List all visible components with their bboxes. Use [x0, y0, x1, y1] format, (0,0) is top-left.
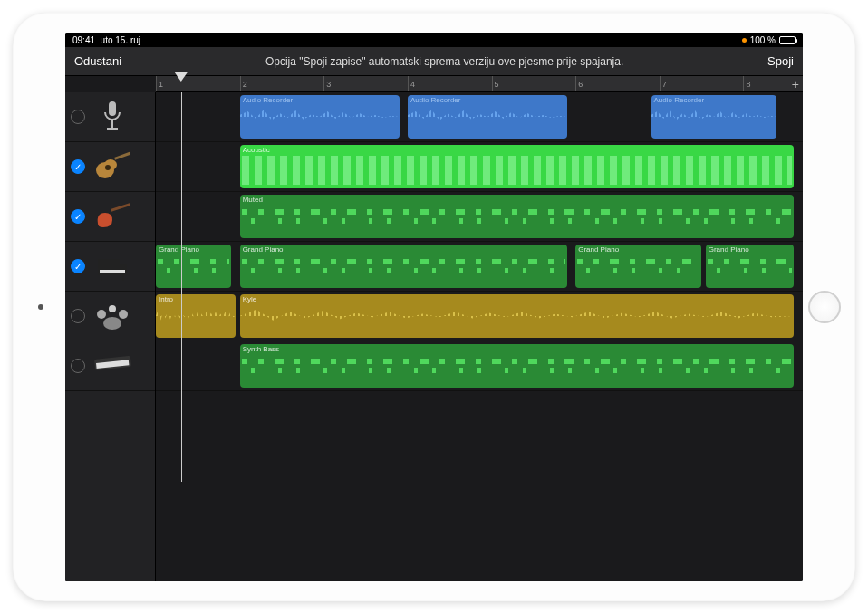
status-time: 09:41 uto 15. ruj [72, 35, 140, 45]
track-lanes[interactable]: Audio RecorderAudio RecorderAudio Record… [156, 92, 803, 581]
region-content [242, 156, 792, 185]
track-lane-drums[interactable]: IntroKyle [156, 292, 803, 341]
battery-icon [779, 36, 796, 44]
toolbar-message: Opcija "Spoji zapise" automatski sprema … [121, 55, 767, 68]
svg-point-13 [119, 310, 128, 319]
app-screen: 09:41 uto 15. ruj 100 % Odustani Opcija … [65, 33, 803, 581]
track-header-synth[interactable] [65, 341, 155, 391]
add-section-button[interactable]: + [792, 76, 799, 92]
microphone-icon [91, 99, 134, 135]
track-lane-piano[interactable]: Grand PianoGrand PianoGrand PianoGrand P… [156, 242, 803, 292]
region-label: Muted [243, 196, 263, 204]
region-content [158, 255, 229, 284]
region-content [156, 305, 236, 327]
svg-rect-7 [111, 203, 130, 212]
toolbar: Odustani Opcija "Spoji zapise" automatsk… [65, 47, 803, 76]
track-checkbox[interactable] [71, 359, 85, 373]
region-content [240, 108, 400, 126]
region[interactable]: Grand Piano [575, 245, 701, 288]
track-checkbox[interactable]: ✓ [71, 209, 85, 224]
ruler-tick: 5 [492, 76, 499, 91]
camera-dot [38, 304, 43, 310]
svg-point-12 [97, 310, 106, 319]
ruler-tick: 1 [156, 76, 163, 91]
region[interactable]: Audio Recorder [651, 95, 777, 139]
track-checkbox[interactable]: ✓ [71, 259, 85, 273]
track-headers: ✓✓✓ [65, 92, 156, 581]
region-label: Grand Piano [243, 245, 284, 254]
home-button[interactable] [808, 291, 841, 323]
region-content [240, 305, 794, 327]
ruler-tick: 4 [408, 76, 415, 91]
region-label: Audio Recorder [410, 96, 461, 104]
region-content [242, 206, 792, 235]
timeline-ruler[interactable]: + 12345678 [156, 76, 803, 92]
svg-rect-0 [109, 101, 116, 116]
ruler-tick: 2 [240, 76, 247, 91]
region[interactable]: Synth Bass [240, 344, 794, 388]
ruler-tick: 7 [660, 76, 667, 91]
track-checkbox[interactable] [71, 309, 85, 323]
region-content [242, 355, 792, 384]
region[interactable]: Audio Recorder [408, 95, 567, 139]
track-header-drums[interactable] [65, 292, 155, 341]
track-lane-acoustic[interactable]: Acoustic [156, 142, 803, 192]
playhead-icon[interactable] [175, 72, 188, 82]
svg-point-11 [103, 317, 121, 330]
cancel-button[interactable]: Odustani [74, 54, 121, 68]
track-checkbox[interactable] [71, 110, 85, 124]
region-label: Audio Recorder [243, 96, 294, 104]
track-header-piano[interactable]: ✓ [65, 242, 155, 292]
keyboard-icon [91, 348, 134, 384]
svg-rect-6 [114, 152, 130, 160]
region[interactable]: Grand Piano [706, 245, 794, 288]
merge-button[interactable]: Spoji [767, 54, 794, 68]
region[interactable]: Muted [240, 195, 794, 238]
drums-icon [91, 298, 134, 334]
region-label: Grand Piano [578, 245, 619, 254]
region-content [577, 255, 699, 284]
battery-percent: 100 % [750, 35, 776, 45]
ruler-tick: 8 [743, 76, 750, 91]
region-content [408, 108, 567, 126]
ruler-tick: 6 [575, 76, 583, 91]
guitar-acoustic-icon [91, 149, 134, 185]
region-label: Intro [159, 295, 173, 303]
svg-point-5 [105, 165, 111, 170]
region[interactable]: Acoustic [240, 145, 794, 188]
track-header-bass[interactable]: ✓ [65, 192, 155, 242]
region-label: Synth Bass [243, 345, 279, 353]
status-bar: 09:41 uto 15. ruj 100 % [65, 33, 803, 47]
region[interactable]: Kyle [240, 294, 794, 338]
track-lane-synth[interactable]: Synth Bass [156, 341, 803, 391]
region-label: Grand Piano [709, 245, 749, 254]
guitar-bass-icon [91, 198, 134, 235]
region-label: Audio Recorder [654, 96, 705, 104]
tracks-container: ✓✓✓ Audio RecorderAudio RecorderAudio Re… [65, 92, 803, 581]
region-content [651, 108, 777, 126]
region[interactable]: Grand Piano [156, 245, 231, 288]
piano-icon [91, 248, 134, 284]
region[interactable]: Grand Piano [240, 245, 567, 288]
track-header-acoustic[interactable]: ✓ [65, 142, 155, 192]
region-label: Grand Piano [159, 245, 199, 254]
region[interactable]: Audio Recorder [240, 95, 400, 139]
track-checkbox[interactable]: ✓ [71, 159, 85, 174]
ruler-tick: 3 [323, 76, 331, 91]
region-content [708, 255, 792, 284]
track-lane-audio-rec[interactable]: Audio RecorderAudio RecorderAudio Record… [156, 92, 803, 142]
track-lane-bass[interactable]: Muted [156, 192, 803, 242]
region-content [242, 255, 565, 284]
region[interactable]: Intro [156, 294, 236, 338]
ipad-frame: 09:41 uto 15. ruj 100 % Odustani Opcija … [13, 13, 855, 601]
region-label: Kyle [243, 295, 257, 303]
region-label: Acoustic [243, 146, 270, 154]
svg-point-14 [109, 305, 116, 312]
svg-rect-8 [100, 270, 125, 273]
recording-indicator-icon [742, 38, 747, 43]
track-header-audio-rec[interactable] [65, 92, 155, 142]
